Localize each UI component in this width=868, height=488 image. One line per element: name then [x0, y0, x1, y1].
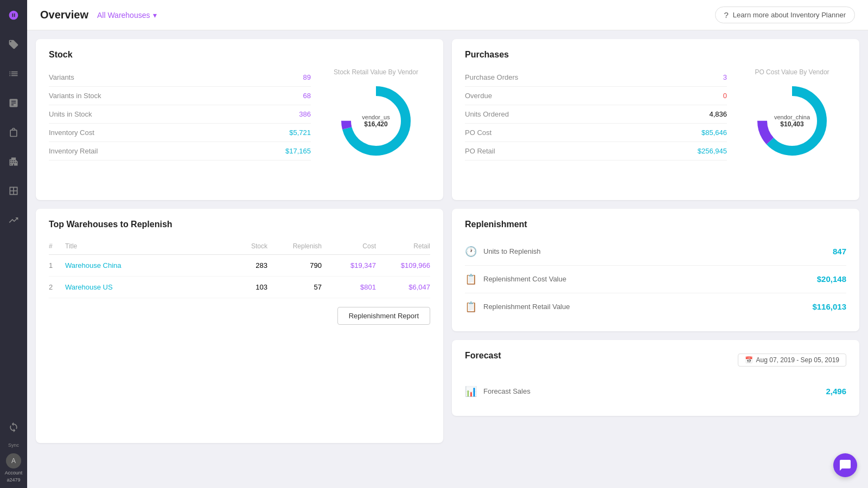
metric-overdue-label: Overdue: [465, 92, 492, 100]
metric-po-retail: PO Retail $256,945: [465, 142, 727, 160]
stock-chart-area: Stock Retail Value By Vendor vendor_us $…: [322, 68, 430, 162]
calendar-icon: 📅: [745, 356, 753, 364]
sync-icon[interactable]: [4, 418, 23, 437]
row1-retail: $109,966: [376, 261, 430, 269]
content-grid: Stock Variants 89 Variants in Stock 68 U…: [27, 30, 868, 488]
replenishment-card: Replenishment 🕐 Units to Replenish 847 📋…: [452, 209, 859, 331]
purchases-donut-chart: vendor_china $10,403: [751, 80, 833, 162]
metric-por-value: $256,945: [698, 147, 727, 155]
top-warehouses-card: Top Warehouses to Replenish # Title Stoc…: [36, 209, 443, 444]
purchases-metrics: Purchase Orders 3 Overdue 0 Units Ordere…: [465, 68, 727, 162]
header: Overview All Warehouses ▾ ? Learn more a…: [27, 0, 868, 30]
sidebar-list-icon[interactable]: [4, 64, 23, 84]
forecast-sales-label: Forecast Sales: [483, 387, 819, 395]
sync-label: Sync: [8, 442, 19, 448]
units-replenish-label: Units to Replenish: [483, 247, 826, 255]
sidebar-bag-icon[interactable]: [4, 123, 23, 142]
stock-metrics: Variants 89 Variants in Stock 68 Units i…: [49, 68, 311, 162]
metric-ic-label: Inventory Cost: [49, 129, 94, 137]
account-section[interactable]: A Account a2479: [5, 453, 23, 483]
metric-po-value: 3: [723, 73, 727, 81]
metric-po-cost: PO Cost $85,646: [465, 124, 727, 142]
row2-name[interactable]: Warehouse US: [65, 283, 213, 291]
row1-name[interactable]: Warehouse China: [65, 261, 213, 269]
stock-donut-label: vendor_us: [362, 114, 390, 120]
stock-title: Stock: [49, 50, 430, 60]
metric-units-in-stock: Units in Stock 386: [49, 105, 311, 124]
row2-stock: 103: [213, 283, 267, 291]
chevron-down-icon: ▾: [153, 11, 157, 20]
replenish-retail-value: $116,013: [812, 302, 846, 311]
metric-variants-in-stock: Variants in Stock 68: [49, 87, 311, 105]
metric-ir-label: Inventory Retail: [49, 147, 98, 155]
learn-more-button[interactable]: ? Learn more about Inventory Planner: [715, 7, 855, 23]
purchases-donut-label: vendor_china: [774, 114, 810, 120]
warehouse-selector[interactable]: All Warehouses ▾: [97, 11, 157, 20]
top-warehouses-title: Top Warehouses to Replenish: [49, 220, 430, 229]
main-content: Overview All Warehouses ▾ ? Learn more a…: [27, 0, 868, 488]
doc-cost-icon: 📋: [465, 273, 477, 285]
metric-variants: Variants 89: [49, 68, 311, 87]
sidebar-tag-icon[interactable]: [4, 35, 23, 54]
col-title: Title: [65, 242, 213, 250]
stock-card: Stock Variants 89 Variants in Stock 68 U…: [36, 39, 443, 200]
purchases-chart-area: PO Cost Value By Vendor vendor_china $10…: [738, 68, 846, 162]
col-num: #: [49, 242, 65, 250]
metric-overdue: Overdue 0: [465, 87, 727, 105]
metric-uis-label: Units in Stock: [49, 110, 92, 118]
replenishment-report-button[interactable]: Replenishment Report: [337, 307, 430, 325]
doc-retail-icon: 📋: [465, 301, 477, 313]
date-range-selector[interactable]: 📅 Aug 07, 2019 - Sep 05, 2019: [738, 354, 846, 367]
stock-chart-label: Stock Retail Value By Vendor: [334, 68, 418, 76]
warehouse-label: All Warehouses: [97, 11, 150, 20]
replenish-cost-label: Replenishment Cost Value: [483, 275, 810, 283]
col-stock: Stock: [213, 242, 267, 250]
row1-num: 1: [49, 261, 65, 269]
table-header: # Title Stock Replenish Cost Retail: [49, 238, 430, 255]
row2-num: 2: [49, 283, 65, 291]
forecast-card: Forecast 📅 Aug 07, 2019 - Sep 05, 2019 📊…: [452, 340, 859, 416]
table-row: 2 Warehouse US 103 57 $801 $6,047: [49, 277, 430, 298]
sidebar-chart-icon[interactable]: [4, 93, 23, 113]
metric-ic-value: $5,721: [289, 129, 311, 137]
sidebar-analytics-icon[interactable]: [4, 210, 23, 230]
chat-button[interactable]: [833, 453, 857, 477]
replenish-cost-value: $20,148: [817, 274, 846, 284]
metric-variants-label: Variants: [49, 73, 74, 81]
avatar: A: [6, 453, 21, 468]
row2-cost: $801: [322, 283, 376, 291]
metric-por-label: PO Retail: [465, 147, 495, 155]
replenish-cost-row: 📋 Replenishment Cost Value $20,148: [465, 266, 846, 293]
metric-ir-value: $17,165: [285, 147, 311, 155]
row1-stock: 283: [213, 261, 267, 269]
date-range-value: Aug 07, 2019 - Sep 05, 2019: [756, 356, 839, 364]
learn-more-label: Learn more about Inventory Planner: [733, 11, 846, 19]
help-icon: ?: [724, 10, 729, 20]
purchases-chart-label: PO Cost Value By Vendor: [755, 68, 829, 76]
sidebar-table-icon[interactable]: [4, 181, 23, 201]
replenish-retail-label: Replenishment Retail Value: [483, 303, 806, 311]
metric-uis-value: 386: [299, 110, 311, 118]
table-row: 1 Warehouse China 283 790 $19,347 $109,9…: [49, 255, 430, 277]
right-cards: Replenishment 🕐 Units to Replenish 847 📋…: [452, 209, 859, 444]
account-id: a2479: [7, 477, 20, 483]
metric-poc-value: $85,646: [701, 129, 727, 137]
sidebar-logo-icon[interactable]: [4, 5, 23, 25]
sidebar-building-icon[interactable]: [4, 152, 23, 171]
sidebar: Sync A Account a2479: [0, 0, 27, 488]
col-replenish: Replenish: [267, 242, 322, 250]
forecast-icon: 📊: [465, 386, 477, 397]
metric-poc-label: PO Cost: [465, 129, 492, 137]
stock-donut-value: $16,420: [362, 120, 390, 128]
forecast-sales-row: 📊 Forecast Sales 2,496: [465, 378, 846, 405]
row2-retail: $6,047: [376, 283, 430, 291]
metric-inventory-cost: Inventory Cost $5,721: [49, 124, 311, 142]
stock-donut-chart: vendor_us $16,420: [335, 80, 417, 162]
row2-replenish: 57: [267, 283, 322, 291]
col-retail: Retail: [376, 242, 430, 250]
forecast-sales-value: 2,496: [826, 387, 846, 396]
row1-replenish: 790: [267, 261, 322, 269]
metric-inventory-retail: Inventory Retail $17,165: [49, 142, 311, 160]
forecast-title: Forecast: [465, 351, 501, 361]
purchases-title: Purchases: [465, 50, 846, 60]
